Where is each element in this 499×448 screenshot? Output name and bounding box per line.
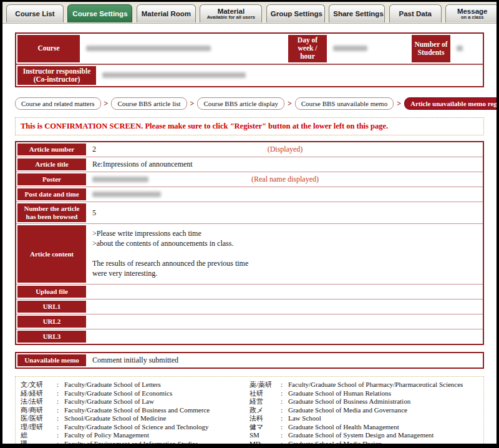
tab-share-settings[interactable]: Share Settings bbox=[329, 4, 385, 22]
tab-bar: Course List Course Settings Material Roo… bbox=[2, 2, 497, 24]
confirmation-notice: This is CONFIRMATION SCREEN. Please make… bbox=[15, 117, 484, 135]
table-row-article-title: Article title Re:Impressions of announce… bbox=[16, 157, 483, 172]
article-number-value: 2 bbox=[92, 145, 96, 154]
faculty-desc: Faculty/Graduate School of Letters bbox=[64, 381, 161, 389]
unavailable-memo-label: Unavailable memo bbox=[16, 353, 87, 368]
legend-colon: : bbox=[57, 423, 64, 432]
tab-label: Group Settings bbox=[271, 10, 321, 17]
table-row-url2: URL2 bbox=[16, 314, 483, 329]
tab-material-room[interactable]: Material Room bbox=[137, 4, 196, 22]
tab-past-data[interactable]: Past Data bbox=[389, 4, 442, 22]
faculty-abbr: 経/経研 bbox=[21, 389, 57, 398]
legend-colon: : bbox=[57, 389, 64, 398]
breadcrumb: Course and related matters > Course BBS … bbox=[15, 97, 484, 110]
instructor-label: Instructor responsible (Co-instructor) bbox=[16, 65, 97, 86]
url3-value bbox=[87, 329, 483, 344]
breadcrumb-bbs-unavailable-memo[interactable]: Course BBS unavailable memo bbox=[295, 97, 394, 110]
faculty-desc: Faculty/Graduate School of Economics bbox=[64, 389, 172, 398]
post-date-redacted bbox=[92, 192, 161, 197]
legend-item: 医/医研:School/Graduate School of Medicine bbox=[21, 414, 250, 423]
legend-item: 総:Faculty of Policy Management bbox=[21, 431, 250, 440]
post-date-value bbox=[87, 187, 483, 202]
table-row-post-date: Post date and time bbox=[16, 187, 483, 202]
faculty-desc: Faculty/Graduate School of Pharmacy/Phar… bbox=[288, 381, 463, 389]
tab-sublabel: on a class bbox=[450, 15, 495, 20]
faculty-abbr: 社研 bbox=[250, 389, 281, 398]
app-window: Course List Course Settings Material Roo… bbox=[0, 0, 499, 448]
table-row-url1: URL1 bbox=[16, 299, 483, 314]
poster-value-redacted bbox=[92, 177, 148, 182]
faculty-abbr: 商/商研 bbox=[21, 406, 57, 415]
unavailable-memo-table: Unavailable memo Comment initially submi… bbox=[15, 352, 484, 369]
breadcrumb-bbs-article-list[interactable]: Course BBS article list bbox=[111, 97, 187, 110]
tab-group-settings[interactable]: Group Settings bbox=[266, 4, 325, 22]
tab-course-list[interactable]: Course List bbox=[6, 4, 64, 22]
legend-item: 社研:Graduate School of Human Relations bbox=[250, 389, 478, 398]
displayed-annotation: (Displayed) bbox=[268, 145, 303, 154]
legend-item: 薬/薬研:Faculty/Graduate School of Pharmacy… bbox=[250, 381, 478, 389]
legend-colon: : bbox=[57, 397, 64, 406]
breadcrumb-course-related[interactable]: Course and related matters bbox=[15, 97, 101, 110]
legend-item: 政メ:Graduate School of Media and Governan… bbox=[250, 406, 478, 415]
faculty-abbr: SM bbox=[250, 431, 281, 440]
day-of-week-value bbox=[328, 34, 410, 64]
students-label: Number of Students bbox=[410, 34, 452, 64]
legend-colon: : bbox=[281, 389, 288, 398]
table-row-article-number: Article number 2 (Displayed) bbox=[16, 142, 483, 157]
article-content-value: >Please write impressions each time >abo… bbox=[92, 225, 248, 278]
faculty-abbr: 文/文研 bbox=[21, 381, 57, 389]
legend-item: 経/経研:Faculty/Graduate School of Economic… bbox=[21, 389, 250, 398]
course-info-row-2: Instructor responsible (Co-instructor) bbox=[16, 64, 483, 86]
table-row-url3: URL3 bbox=[16, 329, 483, 344]
browsed-count-label: Number the article has been browsed bbox=[16, 202, 87, 223]
students-value-redacted bbox=[457, 46, 463, 51]
faculty-desc: Law School bbox=[288, 414, 321, 423]
faculty-legend-right-column: 薬/薬研:Faculty/Graduate School of Pharmacy… bbox=[250, 381, 478, 448]
table-row-article-content: Article content >Please write impression… bbox=[16, 223, 483, 284]
breadcrumb-current-page: Article unavailable memo registration co… bbox=[404, 97, 499, 110]
faculty-desc: Graduate School of Media Design bbox=[288, 440, 382, 448]
legend-colon: : bbox=[57, 381, 64, 389]
faculty-abbr: 政メ bbox=[250, 406, 281, 415]
faculty-desc: Graduate School of System Design and Man… bbox=[288, 431, 434, 440]
breadcrumb-separator: > bbox=[288, 99, 292, 109]
faculty-abbr: 経営 bbox=[250, 397, 281, 406]
breadcrumb-separator: > bbox=[104, 99, 109, 109]
url1-value bbox=[87, 299, 483, 314]
url2-value bbox=[87, 314, 483, 329]
faculty-abbr: 健マ bbox=[250, 423, 281, 432]
post-date-label: Post date and time bbox=[16, 187, 87, 202]
faculty-abbr: MD bbox=[250, 440, 281, 448]
breadcrumb-bbs-article-display[interactable]: Course BBS article display bbox=[197, 97, 284, 110]
tab-message[interactable]: Message on a class bbox=[445, 4, 499, 22]
tab-course-settings[interactable]: Course Settings bbox=[67, 4, 132, 22]
faculty-desc: Graduate School of Health Management bbox=[288, 423, 399, 432]
tab-label: Share Settings bbox=[333, 10, 380, 17]
url2-label: URL2 bbox=[16, 314, 87, 329]
faculty-desc: Graduate School of Human Relations bbox=[288, 389, 391, 398]
faculty-desc: Faculty of Environment and Information S… bbox=[64, 440, 198, 448]
legend-item: 商/商研:Faculty/Graduate School of Business… bbox=[21, 406, 250, 415]
tab-material-all-users[interactable]: Material Available for all users bbox=[200, 4, 262, 22]
article-title-label: Article title bbox=[16, 157, 87, 172]
course-info-row-1: Course Day of week / hour Number of Stud… bbox=[16, 34, 483, 64]
article-table: Article number 2 (Displayed) Article tit… bbox=[15, 141, 484, 345]
main-content: Course Day of week / hour Number of Stud… bbox=[2, 24, 497, 448]
course-label: Course bbox=[16, 34, 81, 64]
faculty-legend: 文/文研:Faculty/Graduate School of Letters … bbox=[15, 376, 484, 448]
legend-item: 文/文研:Faculty/Graduate School of Letters bbox=[21, 381, 250, 389]
real-name-annotation: (Real name displayed) bbox=[251, 175, 319, 184]
browsed-count-value: 5 bbox=[87, 202, 483, 223]
legend-colon: : bbox=[281, 423, 288, 432]
legend-colon: : bbox=[281, 381, 288, 389]
tab-label: Past Data bbox=[394, 10, 437, 17]
faculty-abbr: 医/医研 bbox=[21, 414, 57, 423]
upload-file-value bbox=[87, 285, 483, 299]
students-value bbox=[452, 34, 483, 64]
legend-item: 法/法研:Faculty/Graduate School of Law bbox=[21, 397, 250, 406]
day-value-redacted bbox=[333, 46, 367, 51]
legend-colon: : bbox=[281, 431, 288, 440]
course-value-redacted bbox=[86, 46, 211, 51]
article-title-value: Re:Impressions of announcement bbox=[87, 157, 483, 172]
tab-label: Course Settings bbox=[72, 10, 128, 17]
